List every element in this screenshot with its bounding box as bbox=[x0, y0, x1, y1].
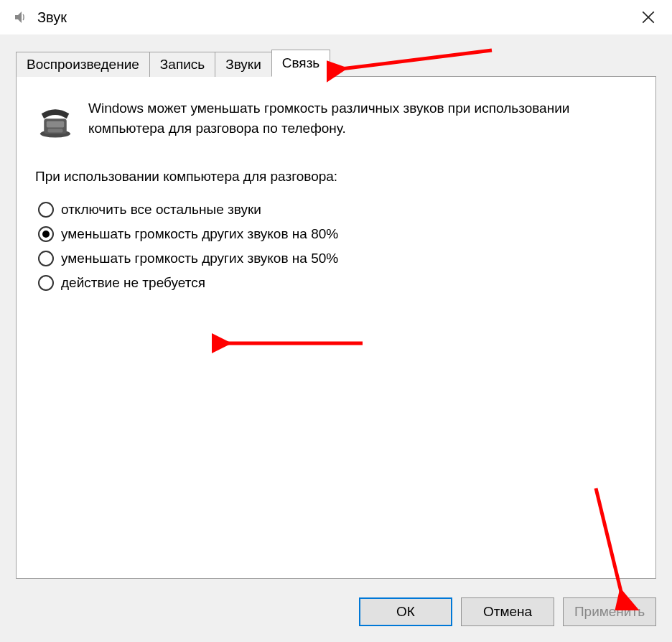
ok-button[interactable]: ОК bbox=[359, 597, 452, 626]
radio-label: отключить все остальные звуки bbox=[61, 202, 261, 218]
titlebar: Звук bbox=[0, 0, 672, 33]
tab-sounds[interactable]: Звуки bbox=[215, 52, 272, 77]
tab-communications[interactable]: Связь bbox=[271, 50, 331, 77]
tab-recording[interactable]: Запись bbox=[149, 52, 215, 77]
apply-button[interactable]: Применить bbox=[563, 597, 656, 626]
window-title: Звук bbox=[37, 9, 632, 26]
radio-label: уменьшать громкость других звуков на 80% bbox=[61, 226, 338, 242]
cancel-button[interactable]: Отмена bbox=[461, 597, 554, 626]
radio-mute-all[interactable]: отключить все остальные звуки bbox=[38, 202, 637, 218]
section-label: При использовании компьютера для разгово… bbox=[35, 169, 637, 185]
radio-label: уменьшать громкость других звуков на 50% bbox=[61, 251, 338, 266]
dialog-body: Воспроизведение Запись Звуки Связь Windo… bbox=[0, 34, 672, 642]
radio-icon bbox=[38, 275, 54, 291]
radio-reduce-50[interactable]: уменьшать громкость других звуков на 50% bbox=[38, 251, 637, 266]
tab-playback[interactable]: Воспроизведение bbox=[16, 52, 150, 77]
info-row: Windows может уменьшать громкость различ… bbox=[35, 98, 637, 140]
tab-strip: Воспроизведение Запись Звуки Связь bbox=[16, 47, 656, 76]
phone-icon bbox=[35, 100, 75, 140]
radio-group: отключить все остальные звуки уменьшать … bbox=[35, 202, 637, 291]
close-button[interactable] bbox=[632, 3, 665, 32]
radio-icon bbox=[38, 226, 54, 242]
radio-label: действие не требуется bbox=[61, 275, 205, 291]
button-row: ОК Отмена Применить bbox=[359, 597, 656, 626]
radio-icon bbox=[38, 202, 54, 218]
svg-rect-5 bbox=[48, 129, 63, 132]
radio-reduce-80[interactable]: уменьшать громкость других звуков на 80% bbox=[38, 226, 637, 242]
radio-do-nothing[interactable]: действие не требуется bbox=[38, 275, 637, 291]
tab-content: Windows может уменьшать громкость различ… bbox=[16, 76, 656, 579]
info-text: Windows может уменьшать громкость различ… bbox=[88, 98, 637, 138]
radio-icon bbox=[38, 251, 54, 266]
sound-icon bbox=[10, 7, 30, 27]
svg-rect-4 bbox=[47, 121, 65, 128]
